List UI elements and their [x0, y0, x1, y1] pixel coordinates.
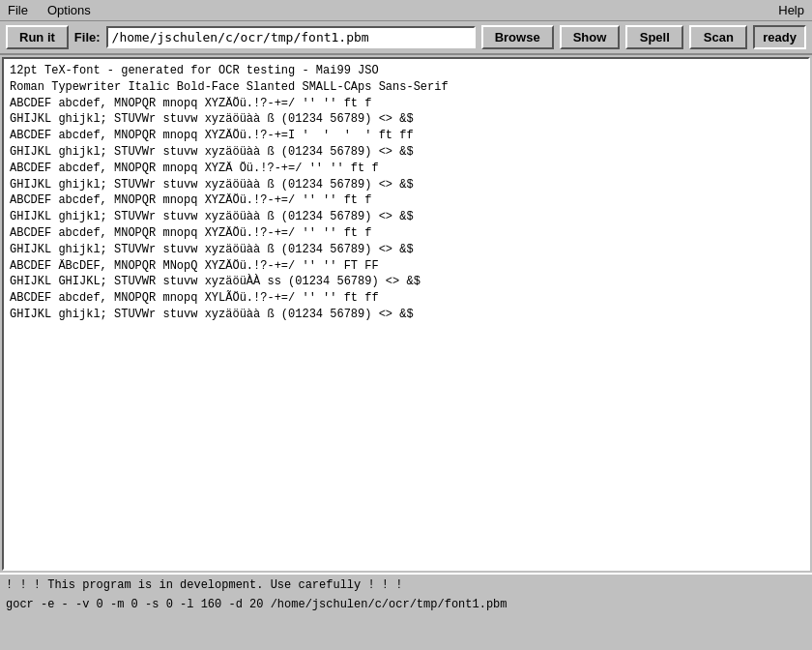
menu-help[interactable]: Help [774, 2, 808, 18]
browse-button[interactable]: Browse [481, 25, 554, 49]
menu-options[interactable]: Options [44, 2, 95, 18]
menubar: File Options Help [0, 0, 812, 21]
menu-right: Help [774, 2, 808, 18]
scan-button[interactable]: Scan [689, 25, 747, 49]
status-command: gocr -e - -v 0 -m 0 -s 0 -l 160 -d 20 /h… [6, 598, 806, 611]
file-input[interactable] [106, 26, 476, 48]
status-warning: ! ! ! This program is in development. Us… [6, 578, 806, 592]
status-badge: ready [753, 25, 806, 49]
file-label: File: [74, 30, 101, 44]
menu-file[interactable]: File [4, 2, 32, 18]
main-area: 12pt TeX-font - generated for OCR testin… [0, 55, 812, 573]
toolbar: Run it File: Browse Show Spell Scan read… [0, 21, 812, 55]
status-bar: ! ! ! This program is in development. Us… [0, 573, 812, 650]
text-output[interactable]: 12pt TeX-font - generated for OCR testin… [2, 57, 810, 571]
menu-left: File Options [4, 2, 95, 18]
run-button[interactable]: Run it [6, 25, 69, 49]
show-button[interactable]: Show [560, 25, 621, 49]
spell-button[interactable]: Spell [625, 25, 683, 49]
